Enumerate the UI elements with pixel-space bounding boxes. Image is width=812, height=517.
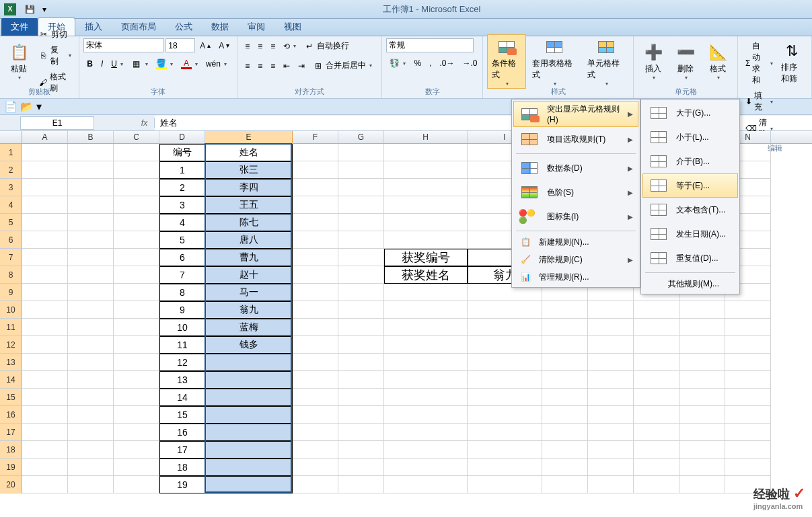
cell-D3[interactable]: 2: [159, 179, 205, 196]
cell-B4[interactable]: [68, 196, 114, 214]
row-header-10[interactable]: 10: [0, 301, 22, 319]
row-header-13[interactable]: 13: [0, 354, 22, 371]
menu-new-rule[interactable]: 📋 新建规则(N)...: [513, 233, 638, 251]
cell-C2[interactable]: [114, 161, 159, 179]
row-header-4[interactable]: 4: [0, 196, 22, 214]
cell-M17[interactable]: [679, 424, 725, 441]
cell-F1[interactable]: [293, 144, 338, 161]
cell-J14[interactable]: [542, 371, 588, 389]
select-all-corner[interactable]: [0, 131, 22, 143]
cell-D2[interactable]: 1: [159, 161, 205, 179]
align-bottom-button[interactable]: ≡: [267, 40, 279, 53]
submenu-less[interactable]: 小于(L)...: [642, 125, 738, 149]
cell-L18[interactable]: [634, 441, 679, 459]
qat-open-icon[interactable]: 📂: [20, 100, 34, 113]
cell-B1[interactable]: [68, 144, 114, 161]
cell-F5[interactable]: [293, 214, 338, 231]
cell-D14[interactable]: 13: [159, 371, 205, 389]
cell-A13[interactable]: [22, 354, 68, 371]
cell-J16[interactable]: [542, 406, 588, 424]
cell-A6[interactable]: [22, 231, 68, 249]
align-middle-button[interactable]: ≡: [254, 40, 266, 53]
cell-H5[interactable]: [384, 214, 468, 231]
cell-F13[interactable]: [293, 354, 338, 371]
cell-B3[interactable]: [68, 179, 114, 196]
row-header-1[interactable]: 1: [0, 144, 22, 161]
col-header-A[interactable]: A: [22, 131, 68, 143]
cell-K16[interactable]: [588, 406, 634, 424]
fill-color-button[interactable]: 🪣▾: [153, 56, 176, 71]
cell-B19[interactable]: [68, 459, 114, 476]
submenu-between[interactable]: 介于(B)...: [642, 149, 738, 173]
cell-E16[interactable]: [205, 406, 293, 424]
cell-H3[interactable]: [384, 179, 468, 196]
decrease-decimal-button[interactable]: →.0: [459, 56, 480, 70]
cell-K14[interactable]: [588, 371, 634, 389]
cell-D20[interactable]: 19: [159, 476, 205, 493]
cell-G19[interactable]: [338, 459, 384, 476]
cell-A14[interactable]: [22, 371, 68, 389]
cell-D16[interactable]: 15: [159, 406, 205, 424]
menu-highlight-rules[interactable]: 突出显示单元格规则(H) ▶: [513, 101, 638, 127]
menu-manage-rules[interactable]: 📊 管理规则(R)...: [513, 268, 638, 286]
cell-C19[interactable]: [114, 459, 159, 476]
cell-A12[interactable]: [22, 336, 68, 354]
cell-E3[interactable]: 李四: [205, 179, 293, 196]
cell-G5[interactable]: [338, 214, 384, 231]
underline-button[interactable]: U▾: [108, 57, 126, 71]
cell-J17[interactable]: [542, 424, 588, 441]
cell-M12[interactable]: [679, 336, 725, 354]
submenu-duplicate[interactable]: 重复值(D)...: [642, 246, 738, 270]
cell-H9[interactable]: [384, 284, 468, 301]
cell-I12[interactable]: [468, 336, 542, 354]
cell-C18[interactable]: [114, 441, 159, 459]
cell-G18[interactable]: [338, 441, 384, 459]
cell-G16[interactable]: [338, 406, 384, 424]
cell-C10[interactable]: [114, 301, 159, 319]
cell-H20[interactable]: [384, 476, 468, 493]
cell-E10[interactable]: 翁九: [205, 301, 293, 319]
cell-L11[interactable]: [634, 319, 679, 336]
paste-button[interactable]: 📋 粘贴 ▾: [4, 40, 34, 83]
cell-E12[interactable]: 钱多: [205, 336, 293, 354]
cell-H12[interactable]: [384, 336, 468, 354]
cell-B10[interactable]: [68, 301, 114, 319]
cell-A9[interactable]: [22, 284, 68, 301]
cell-F8[interactable]: [293, 266, 338, 284]
cell-G3[interactable]: [338, 179, 384, 196]
cell-E20[interactable]: [205, 476, 293, 493]
cell-N11[interactable]: [725, 319, 771, 336]
cell-L12[interactable]: [634, 336, 679, 354]
row-header-5[interactable]: 5: [0, 214, 22, 231]
cell-A19[interactable]: [22, 459, 68, 476]
row-header-18[interactable]: 18: [0, 441, 22, 459]
cell-I10[interactable]: [468, 301, 542, 319]
cell-D17[interactable]: 16: [159, 424, 205, 441]
cell-H11[interactable]: [384, 319, 468, 336]
align-right-button[interactable]: ≡: [267, 59, 279, 73]
tab-formulas[interactable]: 公式: [165, 18, 202, 36]
cell-H16[interactable]: [384, 406, 468, 424]
cell-L14[interactable]: [634, 371, 679, 389]
cell-E7[interactable]: 曹九: [205, 249, 293, 266]
cell-D11[interactable]: 10: [159, 319, 205, 336]
cell-N18[interactable]: [725, 441, 771, 459]
insert-cells-button[interactable]: ➕插入▾: [638, 40, 669, 83]
cell-F7[interactable]: [293, 249, 338, 266]
cell-L15[interactable]: [634, 389, 679, 406]
cell-M14[interactable]: [679, 371, 725, 389]
row-header-15[interactable]: 15: [0, 389, 22, 406]
cell-F10[interactable]: [293, 301, 338, 319]
cell-style-button[interactable]: 单元格样式▾: [583, 34, 629, 89]
cell-A17[interactable]: [22, 424, 68, 441]
currency-button[interactable]: 💱▾: [386, 56, 409, 70]
cell-L17[interactable]: [634, 424, 679, 441]
cell-A18[interactable]: [22, 441, 68, 459]
cell-D13[interactable]: 12: [159, 354, 205, 371]
tab-insert[interactable]: 插入: [75, 18, 112, 36]
cell-A20[interactable]: [22, 476, 68, 493]
col-header-H[interactable]: H: [384, 131, 468, 143]
cell-A1[interactable]: [22, 144, 68, 161]
cell-G10[interactable]: [338, 301, 384, 319]
cell-I19[interactable]: [468, 459, 542, 476]
